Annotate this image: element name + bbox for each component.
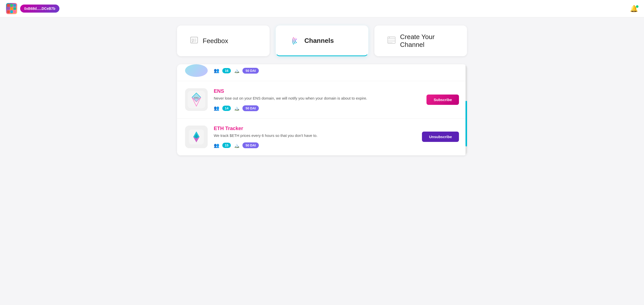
create-channel-icon <box>387 36 396 46</box>
eth-tracker-unsubscribe-button[interactable]: Unsubscribe <box>422 132 459 142</box>
ens-channel-meta: 👥 14 🏔️ 50 DAI <box>214 105 420 111</box>
eth-coin-icon: 🏔️ <box>234 143 239 148</box>
avatar-cell <box>10 4 13 7</box>
ens-channel-action: Subscribe <box>426 95 459 105</box>
avatar-cell <box>13 10 16 13</box>
notification-bell-container: 🔔 <box>630 5 638 13</box>
partial-channel-meta: 👥 16 🏔️ 50 DAI <box>214 68 259 74</box>
channel-item-ens: ENS <box>177 81 467 118</box>
ens-logo-svg: ENS <box>188 91 205 108</box>
eth-logo-svg <box>189 129 204 144</box>
avatar[interactable] <box>6 3 17 14</box>
avatar-cell <box>13 7 16 10</box>
eth-tracker-channel-action: Unsubscribe <box>422 132 459 142</box>
ens-channel-desc: Never lose out on your ENS domain, we wi… <box>214 96 420 101</box>
eth-price: 50 DAI <box>242 142 259 148</box>
subscriber-icon-partial: 👥 <box>214 68 219 73</box>
channel-item-partial: 👥 16 🏔️ 50 DAI <box>177 64 467 81</box>
tab-create-channel-label: Create Your Channel <box>400 33 454 49</box>
eth-tracker-channel-info: ETH Tracker We track $ETH prices every 6… <box>214 126 416 148</box>
notification-dot <box>636 5 638 8</box>
channel-list-container: 👥 16 🏔️ 50 DAI <box>177 64 467 156</box>
ens-price: 50 DAI <box>242 105 259 111</box>
eth-subscriber-count: 15 <box>222 143 231 148</box>
ens-channel-info: ENS Never lose out on your ENS domain, w… <box>214 88 420 111</box>
ens-coin-icon: 🏔️ <box>234 105 239 111</box>
partial-avatar <box>185 64 208 77</box>
eth-tracker-channel-desc: We track $ETH prices every 6 hours so th… <box>214 133 416 139</box>
scrollbar[interactable] <box>466 64 467 156</box>
tab-channels-label: Channels <box>304 37 334 45</box>
tab-navigation: Feedbox <box>177 25 467 56</box>
avatar-cell <box>7 4 10 7</box>
scrollbar-thumb <box>466 101 467 146</box>
feedbox-icon <box>190 36 199 46</box>
channels-icon <box>288 35 300 47</box>
avatar-cell <box>7 7 10 10</box>
avatar-grid <box>7 4 16 13</box>
wallet-address[interactable]: 0xB68d.....DCeB7b <box>20 5 59 13</box>
avatar-cell <box>10 7 13 10</box>
svg-rect-0 <box>191 37 198 43</box>
svg-text:ENS: ENS <box>194 97 199 99</box>
eth-logo-container <box>185 126 208 148</box>
tab-feedbox[interactable]: Feedbox <box>177 25 270 56</box>
partial-price: 50 DAI <box>242 68 259 74</box>
ens-channel-name: ENS <box>214 88 420 94</box>
eth-subscriber-icon: 👥 <box>214 143 219 148</box>
ens-subscriber-icon: 👥 <box>214 105 219 111</box>
ens-logo-container: ENS <box>185 88 208 111</box>
app-header: 0xB68d.....DCeB7b 🔔 <box>0 0 644 17</box>
ens-subscriber-count: 14 <box>222 106 231 111</box>
eth-tracker-channel-name: ETH Tracker <box>214 126 416 131</box>
main-content: Feedbox <box>171 17 473 164</box>
ens-subscribe-button[interactable]: Subscribe <box>426 95 459 105</box>
avatar-cell <box>13 4 16 7</box>
channel-list: 👥 16 🏔️ 50 DAI <box>177 64 467 156</box>
header-right: 🔔 <box>630 5 638 13</box>
partial-subscriber-count: 16 <box>222 68 231 73</box>
tab-create-channel[interactable]: Create Your Channel <box>374 25 467 56</box>
header-left: 0xB68d.....DCeB7b <box>6 3 59 14</box>
tab-channels[interactable]: Channels <box>276 25 368 56</box>
avatar-cell <box>7 10 10 13</box>
avatar-cell <box>10 10 13 13</box>
coin-icon-partial: 🏔️ <box>234 68 239 73</box>
eth-tracker-channel-meta: 👥 15 🏔️ 50 DAI <box>214 142 416 148</box>
channel-item-eth-tracker: ETH Tracker We track $ETH prices every 6… <box>177 118 467 156</box>
tab-feedbox-label: Feedbox <box>203 37 228 45</box>
